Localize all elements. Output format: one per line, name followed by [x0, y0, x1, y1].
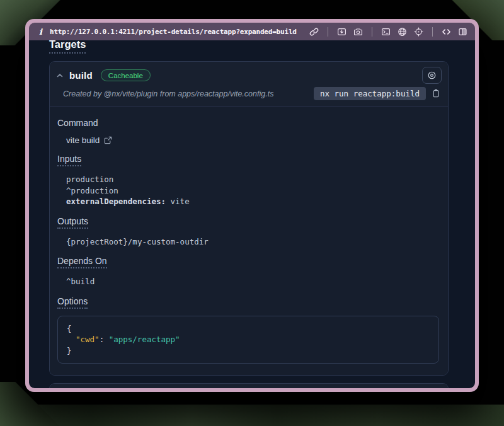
camera-icon[interactable] [353, 27, 363, 37]
build-target-header[interactable]: build Cacheable Created by @nx/vite/plug… [50, 62, 448, 106]
eye-icon [427, 71, 437, 80]
targets-heading-label: Targets [49, 40, 86, 54]
target-card-build: build Cacheable Created by @nx/vite/plug… [49, 61, 449, 376]
terminal-icon[interactable] [381, 27, 391, 37]
browser-toolbar: i http://127.0.0.1:4211/project-details/… [29, 23, 475, 40]
external-link-icon [104, 136, 112, 144]
command-section: Command vite build [57, 118, 439, 145]
options-code-block: { "cwd": "apps/reactapp" } [57, 316, 439, 364]
split-panel-icon[interactable] [458, 27, 467, 37]
command-label: Command [57, 118, 439, 128]
code-line: { [67, 323, 430, 335]
outputs-label[interactable]: Outputs [57, 216, 439, 229]
globe-icon[interactable] [398, 27, 407, 37]
depends-on-section: Depends On ^build [57, 256, 439, 287]
page-content: Targets build Cacheable [29, 40, 475, 388]
depends-on-item: ^build [66, 276, 439, 287]
code-icon[interactable] [442, 27, 451, 37]
targets-heading[interactable]: Targets [49, 40, 449, 54]
options-section: Options { "cwd": "apps/reactapp" } [57, 296, 439, 364]
url-bar[interactable]: http://127.0.0.1:4211/project-details/re… [50, 28, 309, 36]
options-label[interactable]: Options [57, 296, 439, 309]
link-icon[interactable] [309, 27, 319, 37]
run-command-chip: nx run reactapp:build [314, 87, 426, 100]
input-item: externalDependencies: vite [66, 196, 439, 207]
output-item: {projectRoot}/my-custom-outdir [66, 236, 439, 248]
toolbar-separator [328, 27, 328, 37]
toolbar-separator [432, 27, 433, 37]
chevron-up-icon[interactable] [56, 72, 64, 79]
open-command-button[interactable] [104, 136, 112, 144]
input-item: ^production [66, 185, 439, 197]
build-target-name: build [69, 70, 93, 81]
desktop-wallpaper-patch [0, 405, 504, 426]
code-line: "cwd": "apps/reactapp" [67, 334, 430, 345]
input-item: production [66, 174, 439, 185]
inputs-label[interactable]: Inputs [57, 154, 439, 166]
outputs-section: Outputs {projectRoot}/my-custom-outdir [57, 216, 439, 248]
created-by-text: Created by @nx/vite/plugin from apps/rea… [63, 89, 314, 98]
download-icon[interactable] [337, 27, 346, 37]
inputs-section: Inputs production ^production externalDe… [57, 154, 439, 207]
code-line: } [67, 345, 430, 357]
clipboard-icon [432, 89, 440, 98]
command-value: vite build [66, 135, 100, 145]
view-target-details-button[interactable] [422, 67, 442, 84]
cacheable-badge: Cacheable [101, 69, 151, 81]
serve-target-header[interactable]: serve vite serve [50, 384, 448, 388]
toolbar-separator [372, 27, 372, 37]
target-icon[interactable] [414, 27, 423, 37]
target-card-serve: serve vite serve [49, 383, 449, 388]
build-target-body: Command vite build [50, 106, 448, 375]
info-icon: i [39, 27, 42, 37]
toolbar-actions [309, 27, 467, 37]
browser-window: i http://127.0.0.1:4211/project-details/… [25, 19, 479, 392]
copy-command-button[interactable] [432, 89, 440, 98]
depends-on-label[interactable]: Depends On [57, 256, 439, 268]
